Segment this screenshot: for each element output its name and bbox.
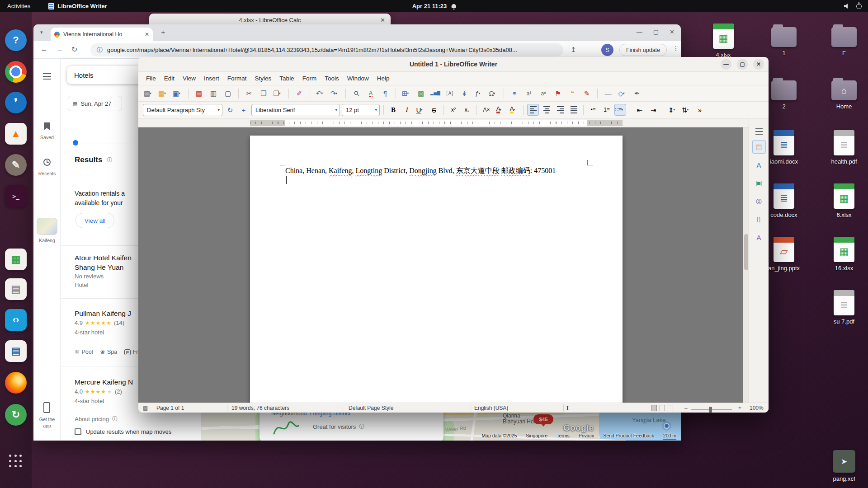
align-justify-button[interactable] bbox=[568, 104, 580, 116]
paragraph-style-combobox[interactable]: Default Paragraph Sty▾ bbox=[143, 104, 222, 116]
insert-line-button[interactable]: — bbox=[602, 88, 614, 99]
address-bar[interactable]: ⓘ google.com/maps/place/Vienna+Internati… bbox=[90, 43, 563, 56]
bold-button[interactable]: B bbox=[387, 104, 399, 116]
save-button[interactable]: ▣▾ bbox=[172, 88, 184, 99]
menu-edit[interactable]: Edit bbox=[160, 75, 179, 82]
recents-icon[interactable] bbox=[43, 159, 51, 166]
cut-button[interactable]: ✂ bbox=[243, 88, 255, 99]
chrome-menu-icon[interactable]: ⋮ bbox=[673, 45, 679, 52]
reload-icon[interactable]: ↻ bbox=[71, 45, 77, 54]
insert-table-button[interactable]: ⊞▾ bbox=[401, 88, 412, 99]
vlc-icon[interactable]: ▲ bbox=[5, 123, 27, 145]
maximize-icon[interactable]: ▢ bbox=[737, 59, 748, 70]
menu-form[interactable]: Form bbox=[298, 75, 321, 82]
rail-saved-label[interactable]: Saved bbox=[33, 135, 61, 140]
menu-icon[interactable] bbox=[43, 73, 51, 74]
slider-handle[interactable] bbox=[73, 140, 78, 145]
attribution-item[interactable]: Terms bbox=[557, 433, 570, 440]
attribution-item[interactable]: Send Product Feedback bbox=[603, 433, 654, 440]
find-and-replace-button[interactable]: ⚲ bbox=[350, 88, 362, 99]
writer-titlebar[interactable]: Untitled 1 - LibreOffice Writer — ▢ ✕ bbox=[138, 57, 769, 71]
zoom-in-icon[interactable]: + bbox=[738, 405, 741, 411]
new-tab-button[interactable]: + bbox=[161, 28, 165, 37]
insert-special-character-button[interactable]: Ω▾ bbox=[487, 88, 499, 99]
line-spacing-button[interactable]: ⇕▾ bbox=[667, 104, 679, 116]
gimp-icon[interactable]: ✎ bbox=[5, 154, 27, 176]
menu-tools[interactable]: Tools bbox=[321, 75, 343, 82]
unordered-list-button[interactable]: •≡ bbox=[587, 104, 599, 116]
font-size-combobox[interactable]: 12 pt▾ bbox=[342, 104, 380, 116]
desktop-icon-health-pdf[interactable]: ≣health.pdf bbox=[817, 130, 868, 165]
document-text[interactable]: China, Henan, Kaifeng, Longting District… bbox=[285, 166, 587, 175]
status-language[interactable]: English (USA) bbox=[474, 405, 508, 411]
vscode-icon[interactable]: ‹› bbox=[5, 309, 27, 331]
menu-insert[interactable]: Insert bbox=[200, 75, 223, 82]
print-button[interactable]: ▥ bbox=[208, 88, 219, 99]
show-applications-button[interactable] bbox=[9, 455, 23, 468]
undo-button[interactable]: ↶▾ bbox=[315, 88, 326, 99]
clear-formatting-button[interactable]: A× bbox=[481, 104, 492, 116]
desktop-icon-6-xlsx[interactable]: ▦6.xlsx bbox=[817, 183, 868, 218]
kaifeng-map-thumbnail[interactable] bbox=[37, 218, 57, 235]
tab-close-icon[interactable]: ✕ bbox=[145, 31, 149, 38]
insert-endnote-button[interactable]: aⁿ bbox=[538, 88, 549, 99]
track-changes-button[interactable]: ✎ bbox=[581, 88, 593, 99]
zoom-out-icon[interactable]: – bbox=[684, 405, 688, 411]
terminal-icon[interactable]: >_ bbox=[5, 185, 27, 207]
software-updater-icon[interactable]: ↻ bbox=[5, 404, 27, 426]
insert-image-button[interactable]: ▩ bbox=[415, 88, 427, 99]
zoom-slider-handle[interactable] bbox=[709, 407, 712, 413]
saved-icon[interactable] bbox=[44, 122, 50, 130]
insert-chart-button[interactable]: ▂▅▇ bbox=[429, 88, 441, 99]
zoom-percentage[interactable]: 100% bbox=[750, 405, 764, 411]
insert-field-button[interactable]: ƒ▾ bbox=[473, 88, 485, 99]
status-page[interactable]: Page 1 of 1 bbox=[156, 405, 184, 411]
print-preview-button[interactable]: ▢ bbox=[222, 88, 234, 99]
libreoffice-start-icon[interactable]: ▤ bbox=[5, 278, 27, 300]
align-left-button[interactable] bbox=[527, 104, 539, 116]
status-page-style[interactable]: Default Page Style bbox=[349, 405, 393, 411]
insert-page-break-button[interactable]: ↡ bbox=[458, 88, 470, 99]
close-icon[interactable]: ✕ bbox=[670, 28, 675, 35]
strikethrough-button[interactable]: S bbox=[428, 104, 440, 116]
document-page[interactable]: China, Henan, Kaifeng, Longting District… bbox=[250, 136, 623, 403]
paste-button[interactable]: ❒▾ bbox=[272, 88, 284, 99]
insert-comment-button[interactable]: ❝ bbox=[566, 88, 578, 99]
underline-button[interactable]: U▾ bbox=[415, 104, 426, 116]
info-icon[interactable]: ⓘ bbox=[107, 156, 112, 164]
insert-text-box-button[interactable]: A bbox=[444, 88, 456, 99]
superscript-button[interactable]: x² bbox=[448, 104, 459, 116]
toolbar-overflow-button[interactable]: » bbox=[694, 104, 706, 116]
style-inspector-icon[interactable]: A bbox=[752, 230, 766, 244]
firefox-icon[interactable] bbox=[5, 372, 27, 394]
menu-help[interactable]: Help bbox=[373, 75, 394, 82]
properties-icon[interactable]: ▤ bbox=[752, 140, 766, 154]
increase-indent-button[interactable]: ⇥ bbox=[647, 104, 659, 116]
view-layout-buttons[interactable] bbox=[651, 405, 676, 413]
styles-icon[interactable]: A bbox=[752, 158, 766, 172]
close-icon[interactable]: ✕ bbox=[753, 59, 764, 70]
rail-thumb-label[interactable]: Kaifeng bbox=[33, 238, 61, 243]
close-icon[interactable]: ✕ bbox=[380, 17, 385, 23]
sidebar-settings-icon[interactable] bbox=[752, 122, 766, 136]
scrollbar-thumb[interactable] bbox=[744, 234, 748, 270]
clock-menu[interactable]: Apr 21 11:23 bbox=[412, 3, 456, 9]
profile-avatar[interactable]: S bbox=[601, 44, 613, 56]
spelling-button[interactable]: A bbox=[365, 88, 377, 99]
get-app-label-1[interactable]: Get the bbox=[33, 417, 61, 422]
desktop-icon-f[interactable]: F bbox=[817, 23, 868, 56]
new-style-button[interactable]: + bbox=[238, 104, 250, 116]
clone-formatting-button[interactable]: ✐ bbox=[293, 88, 305, 99]
menu-table[interactable]: Table bbox=[275, 75, 298, 82]
font-name-combobox[interactable]: Liberation Serif▾ bbox=[251, 104, 340, 116]
tab-search-icon[interactable]: ▾ bbox=[40, 29, 43, 35]
desktop-icon-4-xlsx[interactable]: ▦4.xlsx bbox=[696, 23, 750, 58]
selection-mode-icon[interactable]: I bbox=[566, 405, 569, 412]
thunderbird-icon[interactable]: ❜ bbox=[5, 92, 27, 113]
export-pdf-button[interactable]: ▤ bbox=[193, 88, 205, 99]
view-all-button[interactable]: View all bbox=[75, 213, 114, 228]
get-app-label-2[interactable]: app bbox=[33, 423, 61, 428]
font-color-button[interactable]: A▾ bbox=[494, 104, 506, 116]
basic-shapes-button[interactable]: ◇▾ bbox=[617, 88, 628, 99]
focused-app-indicator[interactable]: LibreOffice Writer bbox=[48, 3, 107, 9]
